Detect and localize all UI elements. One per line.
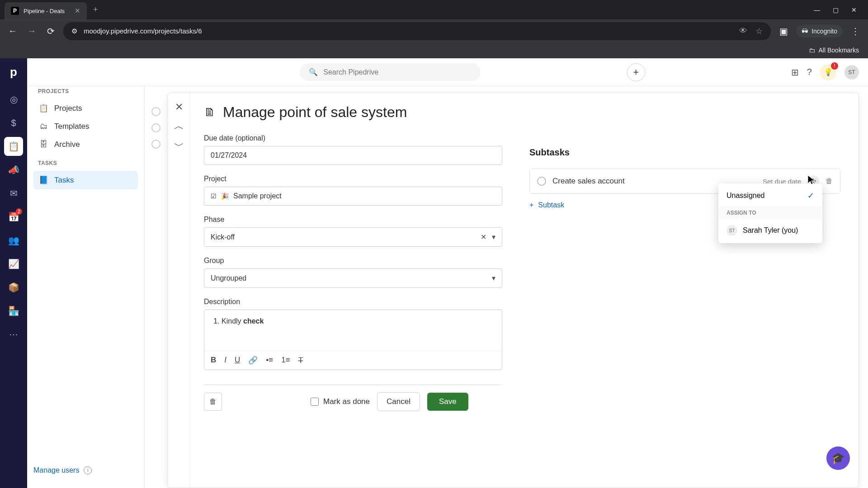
add-button[interactable]: + — [627, 63, 645, 81]
clear-phase-icon[interactable]: ✕ — [481, 233, 486, 241]
underline-icon[interactable]: U — [235, 356, 240, 365]
tab-close-icon[interactable]: ✕ — [75, 7, 80, 15]
assign-to-header: ASSIGN TO — [718, 206, 822, 220]
clear-format-icon[interactable]: T̶ — [298, 356, 303, 365]
link-icon[interactable]: 🔗 — [248, 356, 258, 365]
forward-icon[interactable]: → — [25, 26, 38, 36]
project-input[interactable]: ☑ 🎉 Sample project — [204, 187, 502, 206]
site-settings-icon[interactable]: ⚙ — [71, 27, 77, 35]
tasks-icon: 📘 — [39, 175, 48, 185]
manage-users-link[interactable]: Manage users — [33, 466, 79, 474]
rail-projects-icon[interactable]: 📋 — [4, 137, 23, 156]
save-button[interactable]: Save — [427, 393, 468, 411]
rail-deals-icon[interactable]: $ — [4, 113, 23, 132]
puzzle-icon[interactable]: ⊞ — [791, 67, 799, 78]
background-task-list — [145, 86, 167, 488]
help-icon[interactable]: ? — [807, 67, 812, 77]
due-date-value: 01/27/2024 — [211, 151, 247, 160]
sidebar-item-label: Tasks — [54, 176, 74, 185]
rail-leads-icon[interactable]: ◎ — [4, 90, 23, 109]
sidebar-item-tasks[interactable]: 📘 Tasks — [33, 171, 138, 189]
subtasks-heading: Subtasks — [529, 147, 840, 158]
rail-more-icon[interactable]: ⋯ — [4, 325, 23, 344]
project-label: Project — [204, 175, 502, 183]
help-bubble-button[interactable]: 🎓 — [826, 446, 850, 470]
rail-campaigns-icon[interactable]: 📣 — [4, 160, 23, 179]
task-radio-stub[interactable] — [151, 123, 160, 132]
url-input[interactable]: ⚙ moodjoy.pipedrive.com/projects/tasks/6… — [63, 22, 771, 40]
close-panel-icon[interactable]: ✕ — [175, 101, 183, 113]
rail-mail-icon[interactable]: ✉ — [4, 184, 23, 203]
back-icon[interactable]: ← — [6, 26, 19, 36]
task-title: Manage point of sale system — [223, 104, 407, 121]
browser-menu-icon[interactable]: ⋮ — [849, 26, 862, 37]
new-tab-button[interactable]: + — [93, 5, 98, 14]
bullet-list-icon[interactable]: •≡ — [266, 356, 273, 365]
reload-icon[interactable]: ⟳ — [44, 26, 57, 37]
italic-icon[interactable]: I — [224, 356, 226, 365]
window-controls: — ▢ ✕ — [814, 6, 863, 14]
prev-task-icon[interactable]: ︿ — [174, 119, 184, 133]
subtask-radio[interactable] — [537, 177, 546, 186]
incognito-label: Incognito — [811, 28, 837, 35]
app-topbar: 🔍 Search Pipedrive + ⊞ ? 💡 ! ST — [27, 58, 868, 86]
task-footer: 🗑 Mark as done Cancel Save — [204, 385, 502, 418]
task-radio-stub[interactable] — [151, 140, 160, 149]
folder-icon: 🗀 — [809, 47, 815, 54]
next-task-icon[interactable]: ﹀ — [174, 139, 184, 153]
main-content: ✕ ︿ ﹀ 🗎 Manage point of sale system ▲ Du… — [145, 58, 868, 488]
assign-unassigned-option[interactable]: Unassigned ✓ — [718, 185, 822, 206]
chevron-down-icon[interactable]: ▾ — [492, 233, 495, 241]
assign-dropdown: Unassigned ✓ ASSIGN TO ST Sarah Tyler (y… — [718, 183, 822, 243]
template-icon: 🗂 — [39, 122, 48, 131]
mark-done-input[interactable] — [311, 398, 319, 406]
sidebar-item-label: Projects — [54, 104, 82, 113]
project-party-icon: 🎉 — [221, 192, 229, 200]
subtasks-panel: Subtasks Create sales account Set due da… — [516, 93, 859, 488]
number-list-icon[interactable]: 1≡ — [281, 356, 290, 365]
sidebar-item-projects[interactable]: 📋 Projects — [33, 99, 138, 117]
insights-bulb-icon[interactable]: 💡 ! — [820, 64, 836, 80]
info-icon[interactable]: i — [84, 466, 92, 474]
task-radio-stub[interactable] — [151, 107, 160, 116]
maximize-icon[interactable]: ▢ — [833, 6, 839, 14]
rail-badge: 2 — [16, 208, 22, 215]
rail-activities-icon[interactable]: 📅 2 — [4, 207, 23, 226]
user-avatar[interactable]: ST — [844, 65, 859, 80]
sidebar-item-archive[interactable]: 🗄 Archive — [33, 136, 138, 154]
description-editor[interactable]: Kindly check B I U 🔗 •≡ 1≡ T̶ — [204, 310, 502, 370]
bookmarks-bar: 🗀 All Bookmarks — [0, 42, 868, 58]
group-value: Ungrouped — [211, 274, 246, 282]
rail-marketplace-icon[interactable]: 🏪 — [4, 301, 23, 320]
delete-task-button[interactable]: 🗑 — [204, 393, 222, 411]
cancel-button[interactable]: Cancel — [377, 392, 420, 411]
bold-icon[interactable]: B — [211, 356, 216, 365]
eye-off-icon[interactable]: 👁 — [739, 26, 747, 36]
search-placeholder: Search Pipedrive — [323, 68, 378, 76]
incognito-badge[interactable]: 🕶 Incognito — [796, 25, 843, 38]
close-window-icon[interactable]: ✕ — [851, 6, 857, 14]
url-bar: ← → ⟳ ⚙ moodjoy.pipedrive.com/projects/t… — [0, 19, 868, 42]
mark-done-checkbox[interactable]: Mark as done — [311, 397, 370, 406]
delete-subtask-icon[interactable]: 🗑 — [826, 177, 833, 185]
sidebar-item-templates[interactable]: 🗂 Templates — [33, 117, 138, 136]
all-bookmarks-link[interactable]: All Bookmarks — [819, 47, 859, 54]
browser-tab[interactable]: P Pipeline - Deals ✕ — [5, 2, 87, 19]
bookmark-star-icon[interactable]: ☆ — [755, 26, 763, 36]
side-panel-icon[interactable]: ▣ — [777, 26, 790, 37]
group-select[interactable]: Ungrouped ▾ — [204, 268, 502, 288]
task-form: 🗎 Manage point of sale system ▲ Due date… — [190, 93, 516, 488]
chevron-down-icon[interactable]: ▾ — [492, 274, 495, 282]
tab-bar: P Pipeline - Deals ✕ + — ▢ ✕ — [0, 0, 868, 19]
due-date-input[interactable]: 01/27/2024 — [204, 146, 502, 165]
pipedrive-logo-icon[interactable]: p — [6, 65, 21, 79]
rail-contacts-icon[interactable]: 👥 — [4, 231, 23, 250]
phase-select[interactable]: Kick-off ✕ ▾ — [204, 227, 502, 247]
rail-insights-icon[interactable]: 📈 — [4, 254, 23, 273]
user-mini-avatar: ST — [726, 225, 737, 236]
rail-products-icon[interactable]: 📦 — [4, 278, 23, 297]
assign-user-option[interactable]: ST Sarah Tyler (you) — [718, 220, 822, 241]
minimize-icon[interactable]: — — [814, 6, 820, 14]
search-input[interactable]: 🔍 Search Pipedrive — [300, 63, 481, 81]
svg-point-0 — [811, 179, 814, 181]
